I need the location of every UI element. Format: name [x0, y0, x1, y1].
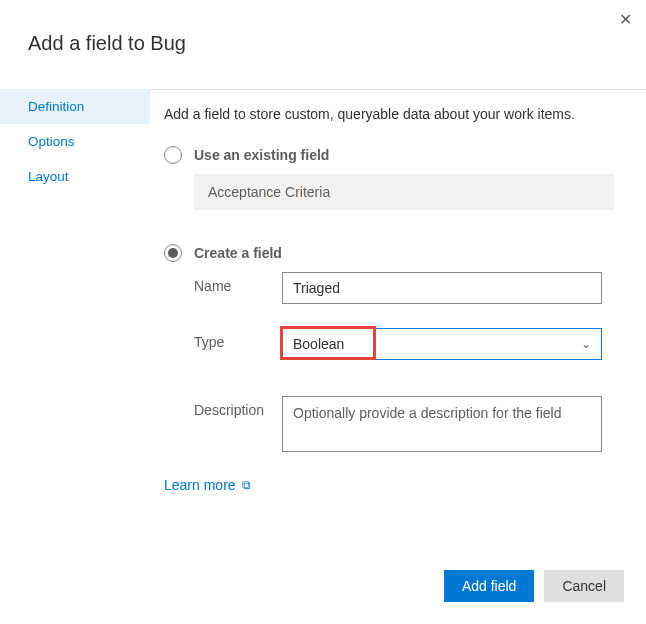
dialog-title: Add a field to Bug: [0, 0, 646, 55]
learn-more-link[interactable]: Learn more ⧉: [164, 477, 251, 493]
chevron-down-icon: ⌄: [581, 337, 591, 351]
close-icon[interactable]: ✕: [619, 10, 632, 29]
radio-use-existing-label: Use an existing field: [194, 147, 329, 163]
existing-field-select: Acceptance Criteria: [194, 174, 614, 210]
external-link-icon: ⧉: [242, 478, 251, 492]
sidebar-item-options[interactable]: Options: [0, 124, 150, 159]
description-input[interactable]: [282, 396, 602, 452]
type-select[interactable]: Boolean ⌄: [282, 328, 602, 360]
sidebar: Definition Options Layout: [0, 89, 150, 494]
footer: Add field Cancel: [444, 570, 624, 602]
name-input[interactable]: [282, 272, 602, 304]
sidebar-item-definition[interactable]: Definition: [0, 89, 150, 124]
type-select-value: Boolean: [293, 336, 344, 352]
name-label: Name: [194, 272, 282, 294]
learn-more-label: Learn more: [164, 477, 236, 493]
cancel-button[interactable]: Cancel: [544, 570, 624, 602]
main-panel: Add a field to store custom, queryable d…: [150, 89, 646, 494]
description-label: Description: [194, 396, 282, 418]
radio-use-existing[interactable]: [164, 146, 182, 164]
intro-text: Add a field to store custom, queryable d…: [164, 106, 626, 122]
add-field-button[interactable]: Add field: [444, 570, 534, 602]
radio-create-field[interactable]: [164, 244, 182, 262]
type-label: Type: [194, 328, 282, 350]
sidebar-item-layout[interactable]: Layout: [0, 159, 150, 194]
radio-create-field-label: Create a field: [194, 245, 282, 261]
